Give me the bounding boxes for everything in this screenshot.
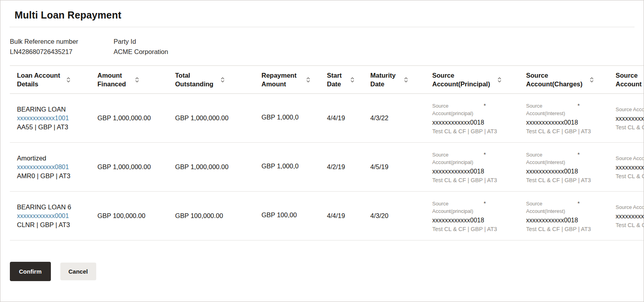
start-date-value: 4/4/19 (327, 212, 345, 219)
required-asterisk: * (483, 151, 486, 158)
total-outstanding-value: GBP 1,000,000.00 (175, 114, 228, 121)
source-principal-label: Source Account(principal) (432, 200, 484, 215)
column-label: Maturity Date (370, 71, 399, 89)
source-charges-label: Source Account(Interest) (526, 102, 578, 117)
amount-financed-value: GBP 1,000,000.00 (97, 114, 151, 121)
repayment-amount-value: GBP 1,000,0 (261, 162, 299, 170)
loan-name: BEARING LOAN 6 (17, 203, 86, 211)
column-header-repayment-amount: Repayment Amount (254, 66, 320, 94)
column-label: Source Account(Charges) (526, 71, 584, 89)
source-charges-meta: Test CL & CF | GBP | AT3 (526, 177, 578, 183)
source-charges-cell: * Source Account(Interest) xxxxxxxxxxxx0… (519, 192, 609, 240)
source-charges-meta: Test CL & CF | GBP | AT3 (526, 226, 578, 232)
loan-account-details-cell: Amortized xxxxxxxxxxxx0801 AMR0 | GBP | … (10, 143, 90, 192)
loan-account-details-cell: BEARING LOAN xxxxxxxxxxxx1001 AA55 | GBP… (10, 94, 90, 143)
column-label: Repayment Amount (261, 71, 301, 89)
total-outstanding-value: GBP 1,000,000.00 (175, 163, 228, 170)
sort-icon[interactable] (350, 76, 355, 83)
source-extra-account: xxxxxxxxxxxx0018 (616, 213, 644, 220)
bulk-reference-field: Bulk Reference number LN428680726435217 (10, 38, 114, 56)
action-bar: Confirm Cancel (10, 262, 644, 281)
source-extra-meta: Test CL & CF | GBP | AT3 (616, 124, 644, 130)
sort-icon[interactable] (66, 76, 71, 83)
source-charges-cell: * Source Account(Interest) xxxxxxxxxxxx0… (519, 94, 609, 143)
column-label: Start Date (327, 71, 345, 89)
loan-number-link[interactable]: xxxxxxxxxxxx1001 (17, 115, 69, 122)
source-charges-account: xxxxxxxxxxxx0018 (526, 168, 578, 175)
column-header-loan-account-details: Loan Account Details (10, 66, 90, 94)
source-extra-account: xxxxxxxxxxxx0018 (616, 164, 644, 171)
sort-icon[interactable] (590, 76, 594, 83)
source-principal-label: Source Account(principal) (432, 102, 484, 117)
total-outstanding-value: GBP 100,000.00 (175, 212, 223, 219)
column-header-start-date: Start Date (320, 66, 363, 94)
table-header-row: Loan Account Details Amount Financed Tot… (10, 66, 644, 94)
source-principal-cell: * Source Account(principal) xxxxxxxxxxxx… (425, 192, 519, 240)
source-principal-meta: Test CL & CF | GBP | AT3 (432, 226, 484, 232)
source-charges-cell: * Source Account(Interest) xxxxxxxxxxxx0… (519, 143, 609, 192)
sort-icon[interactable] (135, 76, 139, 83)
column-header-source-account-charges: Source Account(Charges) (519, 66, 609, 94)
source-charges-account: xxxxxxxxxxxx0018 (526, 119, 578, 126)
required-asterisk: * (483, 200, 486, 207)
loan-account-details-cell: BEARING LOAN 6 xxxxxxxxxxxx0001 CLNR | G… (10, 192, 90, 240)
loan-number-link[interactable]: xxxxxxxxxxxx0001 (17, 213, 69, 220)
maturity-date-value: 4/5/19 (370, 163, 388, 170)
bulk-reference-label: Bulk Reference number (10, 38, 114, 45)
amount-financed-value: GBP 100,000.00 (97, 212, 146, 219)
sort-icon[interactable] (497, 76, 502, 83)
repayment-amount-value: GBP 1,000,0 (261, 114, 299, 121)
loan-meta: AMR0 | GBP | AT3 (17, 172, 86, 180)
table-row: BEARING LOAN xxxxxxxxxxxx1001 AA55 | GBP… (10, 94, 644, 143)
page-title: Multi Loan Repayment (15, 9, 634, 21)
source-principal-meta: Test CL & CF | GBP | AT3 (432, 177, 484, 183)
repayment-amount-value: GBP 100,00 (261, 211, 297, 219)
multi-loan-repayment-page: { "page": { "title": "Multi Loan Repayme… (0, 0, 644, 302)
table-row: Amortized xxxxxxxxxxxx0801 AMR0 | GBP | … (10, 143, 644, 192)
column-header-maturity-date: Maturity Date (363, 66, 425, 94)
start-date-value: 4/2/19 (327, 163, 345, 170)
required-asterisk: * (483, 102, 486, 109)
source-extra-label: Source Account (616, 106, 644, 114)
source-extra-meta: Test CL & CF | GBP | AT3 (616, 173, 644, 179)
sort-icon[interactable] (306, 76, 310, 83)
source-principal-cell: * Source Account(principal) xxxxxxxxxxxx… (425, 143, 519, 192)
source-principal-account: xxxxxxxxxxxx0018 (432, 168, 484, 175)
required-asterisk: * (577, 200, 580, 207)
party-id-field: Party Id ACME Corporation (114, 38, 168, 56)
source-principal-meta: Test CL & CF | GBP | AT3 (432, 128, 484, 134)
loan-name: Amortized (17, 155, 86, 162)
source-charges-meta: Test CL & CF | GBP | AT3 (526, 128, 578, 134)
source-principal-account: xxxxxxxxxxxx0018 (432, 217, 484, 224)
source-extra-cell: Source Account xxxxxxxxxxxx0018 Test CL … (609, 143, 644, 192)
confirm-button[interactable]: Confirm (10, 262, 51, 281)
source-extra-label: Source Account (616, 155, 644, 162)
cancel-button[interactable]: Cancel (60, 263, 96, 280)
source-extra-meta: Test CL & CF | GBP | AT3 (616, 222, 644, 228)
column-header-amount-financed: Amount Financed (90, 66, 168, 94)
source-charges-account: xxxxxxxxxxxx0018 (526, 217, 578, 224)
column-header-source-account-principal: Source Account(Principal) (425, 66, 519, 94)
source-charges-label: Source Account(Interest) (526, 151, 578, 166)
page-header: Multi Loan Repayment (0, 0, 644, 27)
maturity-date-value: 4/3/22 (370, 114, 388, 121)
sort-icon[interactable] (404, 76, 408, 83)
source-extra-account: xxxxxxxxxxxx0018 (616, 115, 644, 122)
start-date-value: 4/4/19 (327, 114, 345, 121)
loan-number-link[interactable]: xxxxxxxxxxxx0801 (17, 164, 69, 171)
party-id-label: Party Id (114, 38, 168, 45)
party-id-value: ACME Corporation (114, 48, 168, 56)
source-principal-label: Source Account(principal) (432, 151, 484, 166)
source-principal-cell: * Source Account(principal) xxxxxxxxxxxx… (425, 94, 519, 143)
sort-icon[interactable] (220, 76, 225, 83)
source-extra-cell: Source Account xxxxxxxxxxxx0018 Test CL … (609, 94, 644, 143)
loan-meta: AA55 | GBP | AT3 (17, 123, 86, 131)
column-label: Amount Financed (97, 71, 130, 89)
column-header-source-account-clipped: Source Account (609, 66, 644, 94)
table-row: BEARING LOAN 6 xxxxxxxxxxxx0001 CLNR | G… (10, 192, 644, 240)
column-header-total-outstanding: Total Outstanding (168, 66, 254, 94)
column-label: Loan Account Details (17, 71, 61, 89)
loan-repayment-table: Loan Account Details Amount Financed Tot… (10, 65, 644, 240)
source-charges-label: Source Account(Interest) (526, 200, 578, 215)
loan-name: BEARING LOAN (17, 106, 86, 113)
